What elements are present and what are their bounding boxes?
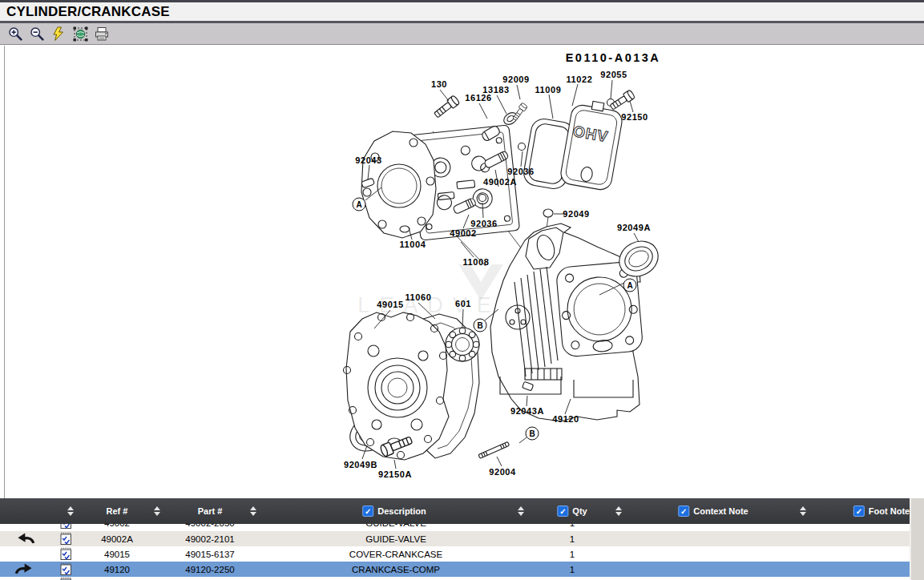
- table-row-49120[interactable]: 4912049120-2250CRANKCASE-COMP1: [0, 562, 910, 577]
- header-foot-note[interactable]: ✓Foot Note: [853, 498, 910, 524]
- ohv-embossed-text: OHV: [571, 123, 609, 145]
- part-label-92036[interactable]: 92036: [507, 167, 535, 176]
- page-title: CYLINDER/CRANKCASE: [6, 4, 170, 20]
- part-label-11009[interactable]: 11009: [535, 85, 562, 95]
- table-header: Ref # Part # ✓Description ✓Qty ✓Context …: [0, 498, 910, 524]
- app-window: CYLINDER/CRANKCASE: [0, 0, 924, 580]
- parts-table: Ref # Part # ✓Description ✓Qty ✓Context …: [0, 498, 924, 580]
- part-label-92043A[interactable]: 92043A: [510, 406, 544, 416]
- part-label-92049B[interactable]: 92049B: [344, 460, 377, 469]
- header-qty[interactable]: ✓Qty: [557, 498, 587, 524]
- header-part[interactable]: Part #: [198, 498, 223, 524]
- sort-col-2-button[interactable]: [154, 498, 160, 524]
- diagram-left-border: [4, 46, 5, 498]
- part-label-13183[interactable]: 13183: [482, 85, 510, 95]
- cell-part: 49120-2250: [158, 562, 262, 577]
- callout-A: A: [353, 198, 366, 211]
- table-vertical-scrollbar[interactable]: [910, 498, 924, 580]
- cell-ref: 49120: [77, 562, 157, 577]
- cell-part: 49002-2101: [158, 531, 262, 546]
- cell-qty: 1: [524, 524, 620, 530]
- part-label-49002[interactable]: 49002: [450, 228, 477, 238]
- sort-col-5-button[interactable]: [615, 498, 622, 524]
- part-label-11008[interactable]: 11008: [463, 257, 490, 267]
- hotspot-button[interactable]: [71, 25, 90, 42]
- cell-qty: 1: [524, 562, 620, 577]
- part-label-92150A[interactable]: 92150A: [378, 469, 412, 479]
- part-label-130[interactable]: 130: [431, 79, 447, 89]
- cell-description: COVER-CRANKCASE: [268, 546, 524, 562]
- cell-description: CRANKCASE-COMP: [268, 562, 524, 577]
- table-row-49002A[interactable]: 49002A49002-2101GUIDE-VALVE1: [0, 531, 910, 546]
- cell-description: GUIDE-VALVE: [268, 531, 524, 546]
- print-icon: [94, 26, 110, 42]
- cell-ref: 49002A: [77, 531, 157, 546]
- part-label-92009[interactable]: 92009: [502, 75, 530, 84]
- description-checkbox[interactable]: ✓: [362, 505, 373, 517]
- toolbar: [0, 23, 924, 45]
- flash-icon: [51, 26, 66, 42]
- flash-button[interactable]: [49, 25, 68, 42]
- qty-checkbox[interactable]: ✓: [557, 505, 568, 517]
- part-label-49002A[interactable]: 49002A: [483, 177, 517, 187]
- clipped-row-49002[interactable]: 4900249002-2050GUIDE-VALVE1: [0, 524, 910, 531]
- cell-foot-note: [809, 531, 910, 546]
- part-label-92049[interactable]: 92049: [563, 209, 590, 219]
- sort-col-4-button[interactable]: [518, 498, 524, 524]
- part-label-49015[interactable]: 49015: [377, 300, 404, 309]
- foot-note-checkbox[interactable]: ✓: [853, 505, 865, 517]
- callout-B: B: [526, 427, 539, 441]
- sort-col-3-button[interactable]: [250, 498, 256, 524]
- part-label-11022[interactable]: 11022: [567, 75, 593, 84]
- diagram-panel: LEADVENTURE: [0, 46, 924, 498]
- part-label-49120[interactable]: 49120: [552, 414, 579, 424]
- table-body: 4900249002-2050GUIDE-VALVE149002A49002-2…: [0, 524, 910, 580]
- cell-ref: 49002: [77, 524, 157, 530]
- context-note-checkbox[interactable]: ✓: [678, 505, 689, 517]
- part-label-92004[interactable]: 92004: [489, 467, 516, 477]
- zoom-in-button[interactable]: [6, 25, 25, 42]
- print-button[interactable]: [92, 25, 111, 42]
- title-bar: CYLINDER/CRANKCASE: [0, 2, 924, 21]
- arrow-cell: [0, 524, 50, 530]
- cell-part: 49002-2050: [158, 524, 262, 530]
- part-label-601[interactable]: 601: [455, 299, 471, 308]
- cell-context-note: [641, 562, 785, 577]
- part-label-11060[interactable]: 11060: [406, 292, 432, 302]
- cell-qty: 1: [524, 546, 620, 562]
- back-arrow-icon[interactable]: [0, 531, 50, 546]
- zoom-out-button[interactable]: [27, 25, 46, 42]
- cell-foot-note: [809, 546, 910, 562]
- table-row-49015[interactable]: 4901549015-6137COVER-CRANKCASE1: [0, 546, 910, 562]
- cell-context-note: [641, 531, 785, 546]
- part-label-92055[interactable]: 92055: [600, 70, 627, 79]
- forward-arrow-icon[interactable]: [0, 562, 50, 577]
- cell-foot-note: [809, 562, 910, 577]
- part-label-92043[interactable]: 92043: [355, 155, 382, 165]
- part-label-11004[interactable]: 11004: [400, 240, 426, 249]
- callout-A: A: [623, 279, 637, 292]
- part-label-92049A[interactable]: 92049A: [617, 223, 651, 232]
- partial-next-row: [0, 577, 910, 580]
- exploded-diagram-art: OHV: [0, 0, 924, 580]
- sort-col-6-button[interactable]: [800, 498, 806, 524]
- cell-foot-note: [809, 524, 910, 530]
- sort-col-1-button[interactable]: [67, 498, 74, 524]
- table-row-49002[interactable]: 4900249002-2050GUIDE-VALVE1: [0, 524, 910, 530]
- diagram-id: E0110-A013A: [566, 51, 661, 64]
- zoom-out-icon: [30, 26, 45, 42]
- cell-context-note: [641, 546, 785, 562]
- cell-part: 49015-6137: [158, 546, 262, 562]
- cell-ref: 49015: [77, 546, 157, 562]
- header-ref[interactable]: Ref #: [107, 498, 128, 524]
- header-description[interactable]: ✓Description: [362, 498, 426, 524]
- detail-doc-icon: [50, 577, 82, 580]
- arrow-cell: [0, 546, 50, 562]
- hotspot-select-icon: [73, 26, 88, 42]
- cell-context-note: [641, 524, 785, 530]
- part-label-92150[interactable]: 92150: [621, 112, 648, 122]
- part-label-92036[interactable]: 92036: [470, 219, 498, 228]
- header-context-note[interactable]: ✓Context Note: [678, 498, 748, 524]
- cell-qty: 1: [524, 531, 620, 546]
- cell-description: GUIDE-VALVE: [268, 524, 524, 530]
